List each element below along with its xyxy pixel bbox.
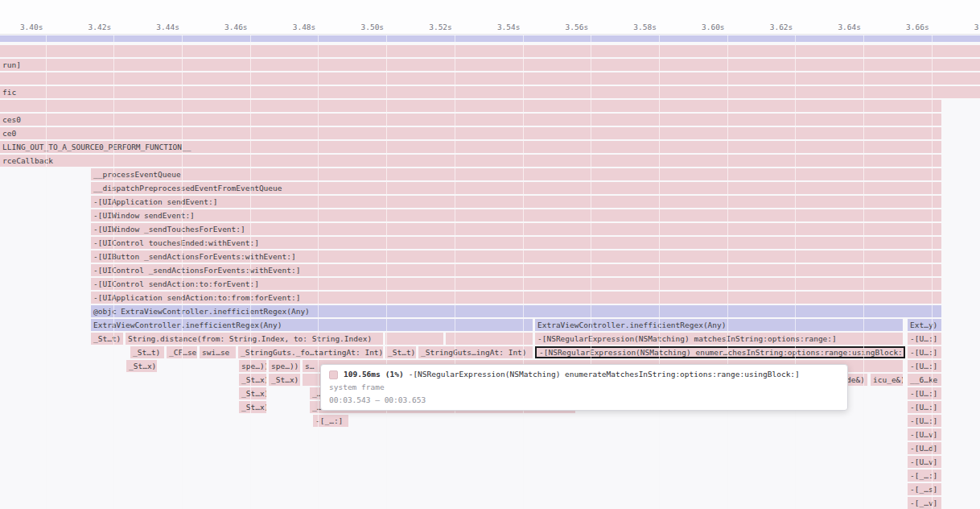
flame-segment[interactable]: -[UIWindow _sendTouchesForEvent:] [91, 223, 941, 235]
tooltip-title: 109.56ms (1%) -[NSRegularExpression(NSMa… [329, 370, 839, 379]
gridline-overlay [182, 35, 183, 509]
flame-segment[interactable]: _St…t) [385, 346, 416, 358]
flame-segment[interactable]: -[UIWindow sendEvent:] [91, 209, 941, 221]
gridline-overlay [727, 35, 728, 509]
tooltip-duration: 109.56ms [344, 370, 381, 379]
flame-segment[interactable]: swi…se [200, 346, 236, 358]
flame-segment[interactable]: -[U…v] [908, 428, 941, 441]
gridline-overlay [318, 35, 319, 509]
flame-segment[interactable]: -[_…s] [908, 483, 941, 495]
category-swatch-icon [329, 370, 338, 379]
flame-segment[interactable]: ce0 [0, 127, 941, 139]
flame-segment[interactable]: String.distance(from: String.Index, to: … [126, 333, 383, 345]
gridline-overlay [523, 35, 524, 509]
flame-segment[interactable]: -[U…:] [908, 333, 941, 345]
time-ruler[interactable]: 3.40s3.42s3.44s3.46s3.48s3.50s3.52s3.54s… [0, 0, 980, 35]
flame-segment[interactable]: LLING_OUT_TO_A_SOURCE0_PERFORM_FUNCTION_… [0, 141, 941, 153]
flame-segment[interactable] [0, 100, 941, 112]
tooltip-percent: (1%) [385, 370, 404, 379]
flame-segment[interactable]: Ext…y) [908, 319, 941, 331]
flame-segment[interactable]: icu_e&) [871, 374, 903, 386]
flame-segment[interactable] [0, 72, 980, 85]
flame-segment[interactable]: _St…t) [130, 346, 164, 358]
frame-tooltip: 109.56ms (1%) -[NSRegularExpression(NSMa… [320, 364, 848, 411]
flame-segment[interactable]: -[U…:] [908, 346, 941, 358]
ruler-tick-label: 3.56s [538, 23, 588, 32]
ruler-tick-label: 3.66s [879, 23, 929, 32]
ruler-tick-label: 3.60s [675, 23, 725, 32]
flame-segment[interactable]: -[U…d] [908, 442, 941, 454]
gridline-overlay [386, 35, 387, 509]
flame-segment[interactable] [446, 333, 533, 345]
ruler-tick-label: 3.42s [61, 23, 111, 32]
gridline-overlay [455, 35, 455, 509]
flame-segment[interactable]: -[_…:] [908, 470, 941, 482]
flame-segment[interactable]: -[UIApplication sendEvent:] [91, 196, 941, 208]
ruler-tick-label: 3.48s [266, 23, 315, 32]
gridline-overlay [46, 35, 47, 509]
thread-activity-strip[interactable] [0, 35, 980, 42]
flame-segment[interactable]: -[U…:] [908, 360, 941, 372]
gridline-overlay [591, 35, 591, 509]
gridline-overlay [795, 35, 796, 509]
flame-segment[interactable]: _StringGuts._fo…tartingAt: Int) [238, 346, 383, 358]
flame-segment[interactable]: rceCallback [0, 155, 941, 167]
tooltip-frame-type: system frame [329, 383, 839, 392]
ruler-tick-label: 3.40s [0, 23, 43, 32]
ruler-tick-label: 3.58s [607, 23, 657, 32]
flame-segment[interactable]: -[UIControl _sendActionsForEvents:withEv… [91, 264, 941, 276]
flame-segment[interactable]: -[U…:] [908, 415, 941, 427]
flame-segment[interactable]: -[UIControl sendAction:to:forEvent:] [91, 278, 941, 290]
flame-segment[interactable] [385, 333, 443, 345]
flame-segment[interactable]: @objc ExtraViewController.inefficientReg… [91, 305, 941, 317]
ruler-tick-label: 3.68s [947, 23, 980, 32]
flame-segment[interactable]: spe…)) [269, 360, 300, 372]
flame-segment[interactable]: -[U…v] [908, 456, 941, 468]
flame-segment[interactable]: ExtraViewController.inefficientRegex(Any… [91, 319, 533, 331]
flame-segment[interactable]: run] [0, 59, 980, 71]
ruler-tick-label: 3.62s [743, 23, 793, 32]
flame-segment[interactable]: fic [0, 86, 980, 98]
flame-segment[interactable]: -[U…:] [908, 387, 941, 399]
flame-segment[interactable]: -[UIButton _sendActionsForEvents:withEve… [91, 250, 941, 263]
flame-chart-area[interactable]: run]ficces0ce0LLING_OUT_TO_A_SOURCE0_PER… [0, 35, 980, 509]
flame-segment[interactable]: _StringGuts…ingAt: Int) [418, 346, 533, 358]
flame-segment[interactable]: __dispatchPreprocessedEventFromEventQueu… [91, 182, 941, 194]
ruler-tick-label: 3.44s [130, 23, 179, 32]
gridline-overlay [863, 35, 864, 509]
profiler-flame-chart: 3.40s3.42s3.44s3.46s3.48s3.50s3.52s3.54s… [0, 0, 980, 509]
tooltip-time-range: 00:03.543 — 00:03.653 [329, 395, 839, 405]
tooltip-symbol: -[NSRegularExpression(NSMatching) enumer… [409, 370, 800, 379]
flame-segment[interactable]: spe…)) [239, 360, 266, 372]
gridline-overlay [113, 35, 114, 509]
flame-segment[interactable] [0, 45, 980, 57]
flame-segment[interactable]: -[UIApplication sendAction:to:from:forEv… [91, 292, 941, 304]
flame-segment[interactable]: -[_…v] [908, 497, 941, 509]
flame-segment[interactable]: __6…ke [908, 374, 941, 386]
flame-segment[interactable]: _St…x) [239, 401, 266, 413]
flame-segment[interactable]: _St…x) [239, 374, 266, 386]
ruler-tick-label: 3.64s [811, 23, 861, 32]
ruler-tick-label: 3.50s [334, 23, 384, 32]
ruler-tick-label: 3.54s [471, 23, 521, 32]
flame-segment[interactable]: ces0 [0, 114, 941, 126]
gridline-overlay [659, 35, 660, 509]
gridline-overlay [250, 35, 251, 509]
flame-segment[interactable]: _St…x) [269, 374, 300, 386]
ruler-tick-label: 3.46s [198, 23, 248, 32]
flame-segment[interactable]: __processEventQueue [91, 168, 941, 180]
flame-segment[interactable]: -[U…:] [908, 401, 941, 413]
flame-segment[interactable]: _St…x) [239, 387, 266, 399]
flame-segment[interactable]: _St…t) [91, 333, 123, 345]
flame-segment[interactable]: -[UIControl touchesEnded:withEvent:] [91, 237, 941, 249]
ruler-tick-label: 3.52s [402, 23, 452, 32]
flame-segment[interactable]: _St…x) [126, 360, 157, 372]
gridline-overlay [932, 35, 933, 509]
